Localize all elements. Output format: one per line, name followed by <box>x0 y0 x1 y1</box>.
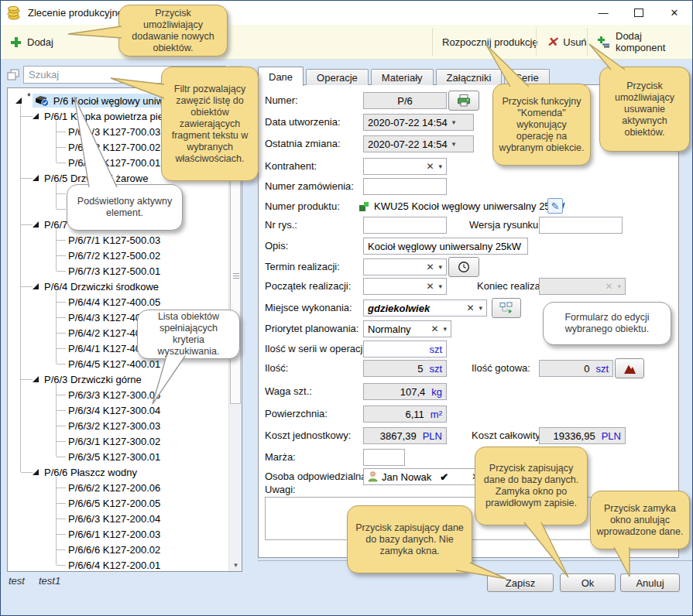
minimize-button[interactable]: — <box>585 1 621 25</box>
tree-item[interactable]: P/6/6/3 K127-200.04 <box>8 511 221 526</box>
scroll-down-icon[interactable]: ▼ <box>229 559 242 571</box>
tree-item[interactable]: P/6/5/1 K127-600.01 <box>8 201 221 217</box>
tree-item[interactable]: P/6/6 Płaszcz wodny <box>8 464 221 480</box>
tree-item[interactable]: P/6/4 Drzwiczki środkowe <box>8 279 221 294</box>
expand-icon[interactable] <box>33 175 39 181</box>
tree-item[interactable]: P/6/7 Drzwiczki popielnika <box>8 217 221 232</box>
tree-item[interactable]: P/6/7/3 K127-500.01 <box>8 263 221 279</box>
tree-item[interactable]: P/6/3/4 K127-300.04 <box>8 402 221 418</box>
tree-item[interactable]: P/6/7/2 K127-500.02 <box>8 248 221 263</box>
kontrahent-combo[interactable]: ✕▾ <box>363 158 447 175</box>
expand-icon[interactable] <box>33 221 39 228</box>
powierzchnia-label: Powierzchnia: <box>265 408 328 419</box>
miejsce-wykonania-combo[interactable]: gdziekolwiek✕▾ <box>363 299 487 317</box>
tree-item[interactable]: P/6/6/6 K127-200.02 <box>8 542 221 557</box>
scrollbar-thumb[interactable] <box>230 149 241 404</box>
start-production-button[interactable]: Rozpocznij produkcję <box>434 25 546 59</box>
footer-separator <box>258 560 692 561</box>
tree-item[interactable]: P/6/4/4 K127-400.05 <box>8 294 221 310</box>
tree-item[interactable]: P/6/1/1 K127-700.01 <box>8 155 221 170</box>
waga-field: 107,4kg <box>363 383 447 400</box>
ok-button[interactable]: Ok <box>560 573 616 592</box>
cancel-button[interactable]: Anuluj <box>620 573 680 592</box>
ostatnia-zmiana-combo[interactable]: 2020-07-22 14:54▾ <box>363 135 474 152</box>
tree-item[interactable]: P/6/1/3 K127-700.03 <box>8 124 221 139</box>
close-button[interactable]: ✕ <box>657 1 692 25</box>
opis-input[interactable]: Kocioł węglowy uniwersalny 25kW <box>363 238 528 255</box>
tree-item[interactable]: P/6/3/3 K127-300.05 <box>8 387 221 402</box>
tree-item[interactable]: P/6/3 Drzwiczki górne <box>8 371 221 387</box>
tree-item[interactable]: P/6/3/2 K127-300.03 <box>8 418 221 433</box>
tab-zalaczniki[interactable]: Załączniki <box>436 69 503 85</box>
termin-realizacji-combo[interactable]: ✕▾ <box>363 258 447 275</box>
search-input[interactable] <box>23 66 226 84</box>
delete-button[interactable]: ✕ Usuń <box>539 25 595 59</box>
tree-item[interactable]: P/6/5 Drzwiczki żarowe <box>8 170 221 186</box>
expand-icon[interactable] <box>15 98 22 104</box>
maximize-button[interactable] <box>621 1 657 25</box>
ilosc-serii-input[interactable]: szt <box>363 341 447 358</box>
tree-item[interactable]: P/6/4/3 K127-400.04 <box>8 310 221 325</box>
selected-highlight[interactable]: P/6 Kocioł węglowy uniwersalny 25kW <box>33 94 221 108</box>
tree-item[interactable]: P/6/6/4 K127-200.01 <box>8 557 221 572</box>
assign-location-button[interactable] <box>492 298 521 318</box>
uwagi-label: Uwagi: <box>265 484 296 495</box>
save-button[interactable]: Zapisz <box>487 573 554 592</box>
clock-button[interactable] <box>448 257 479 277</box>
add-button[interactable]: Dodaj <box>2 25 61 59</box>
wersja-rysunku-input[interactable] <box>539 217 623 234</box>
tree-item[interactable]: P/6/6/1 K127-200.03 <box>8 526 221 542</box>
expand-icon[interactable] <box>33 283 39 289</box>
tree-item[interactable]: P/6/4/1 K127-400.02 <box>8 341 221 356</box>
numer-zamowienia-input[interactable] <box>363 178 447 195</box>
toolbar: Dodaj Rozpocznij produkcję ✕ Usuń Dodaj … <box>1 25 692 60</box>
tree-guide <box>57 348 66 349</box>
marza-input[interactable] <box>363 449 405 466</box>
tree-item-label: P/6/6/1 K127-200.03 <box>68 529 160 540</box>
tab-materialy[interactable]: Materiały <box>371 69 434 85</box>
nr-rys-input[interactable] <box>363 217 447 234</box>
tree-item[interactable]: P/6/6/2 K127-200.06 <box>8 480 221 495</box>
tree-item[interactable]: P/6/4/2 K127-400.03 <box>8 325 221 341</box>
tree-item[interactable]: *P/6 Kocioł węglowy uniwersalny 25kW <box>8 93 221 108</box>
tree-guide <box>56 183 57 209</box>
priorytet-combo[interactable]: Normalny✕▾ <box>363 320 451 337</box>
tree-item[interactable]: P/6/7/1 K127-500.03 <box>8 232 221 248</box>
osoba-combo[interactable]: Jan Nowak ✔ ✕ <box>363 468 484 485</box>
tree-item[interactable]: P/6/1/2 K127-700.02 <box>8 139 221 155</box>
maximize-icon <box>634 9 643 17</box>
uwagi-textarea[interactable] <box>265 497 674 540</box>
marza-label: Marża: <box>265 451 296 463</box>
tree-guide <box>21 224 33 225</box>
tab-serie[interactable]: Serie <box>504 69 549 85</box>
toolbar-separator <box>432 28 433 56</box>
tree-item[interactable]: P/6/3/5 K127-300.01 <box>8 449 221 464</box>
data-utworzenia-combo[interactable]: 2020-07-22 14:54▾ <box>363 114 474 131</box>
expand-icon[interactable] <box>33 113 39 119</box>
tree-item[interactable]: P/6/4/5 K127-400.01 <box>8 356 221 371</box>
scroll-up-icon[interactable]: ▲ <box>229 88 242 101</box>
poczatek-realizacji-combo[interactable]: ✕▾ <box>363 278 447 295</box>
product-icon <box>359 201 369 212</box>
tree-guide <box>21 286 33 287</box>
kontrahent-label: Kontrahent: <box>265 160 317 172</box>
app-coins-icon <box>7 6 22 20</box>
tree-item[interactable]: P/6/1 Klapka powietrza pieca <box>8 108 221 124</box>
expand-icon[interactable] <box>33 469 39 475</box>
edit-product-button[interactable]: ✎ <box>547 198 563 214</box>
tree-item[interactable]: P/6/6/5 K127-200.05 <box>8 495 221 511</box>
product-link[interactable]: KWU25 Kocioł węglowy uniwersalny 25kW <box>374 200 564 212</box>
tree-guide <box>57 364 66 364</box>
tab-operacje[interactable]: Operacje <box>306 69 369 85</box>
numer-field: P/6 <box>363 92 447 109</box>
add-component-button[interactable]: Dodaj komponent <box>590 25 692 59</box>
chevron-down-icon: ▾ <box>452 140 456 148</box>
print-button[interactable] <box>448 91 479 111</box>
tree-item[interactable]: P/6/5/2 K127-600.02 <box>8 186 221 201</box>
tab-dane[interactable]: Dane <box>258 67 304 86</box>
tree-scrollbar[interactable]: ▲ ▼ <box>228 88 242 571</box>
tree-item[interactable]: P/6/3/1 K127-300.02 <box>8 433 221 449</box>
production-report-button[interactable] <box>615 358 644 378</box>
tree-guide <box>57 395 66 395</box>
expand-icon[interactable] <box>33 376 39 382</box>
